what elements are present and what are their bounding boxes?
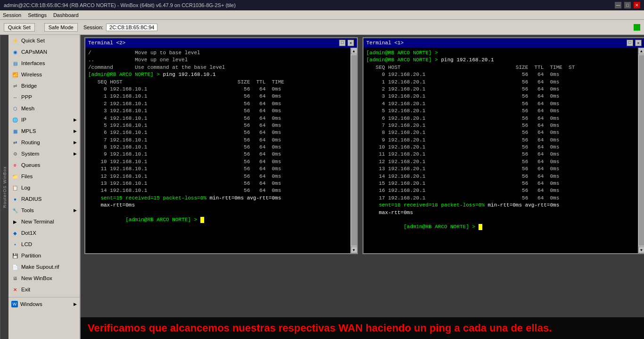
t1-summary1: sent=18 received=18 packet-loss=0% min-r… <box>366 202 643 209</box>
t1-scroll-thumb[interactable] <box>639 55 644 246</box>
sidebar-label-queues: Queues <box>21 162 40 168</box>
safe-mode-button[interactable]: Safe Mode <box>44 23 78 32</box>
toolbar: Quick Set Safe Mode Session: 2C:C8:1B:65… <box>0 20 644 35</box>
session-label: Session: <box>83 25 103 30</box>
sidebar-label-exit: Exit <box>21 287 30 292</box>
sidebar-label-tools: Tools <box>21 207 34 213</box>
menubar: Session Settings Dashboard <box>0 10 644 20</box>
t1-row-1: 1 192.168.20.1 56 64 0ms <box>366 79 643 86</box>
terminal-1-close[interactable]: ✕ <box>635 40 642 46</box>
mpls-icon: ▦ <box>11 127 19 135</box>
sidebar-label-system: System <box>21 151 39 157</box>
sidebar-item-radius[interactable]: ● RADIUS <box>8 193 80 205</box>
t2-row-5: 5 192.168.10.1 56 64 0ms <box>88 122 355 129</box>
t1-row-10: 10 192.168.20.1 56 64 0ms <box>366 144 643 151</box>
sidebar-item-partition[interactable]: 💾 Partition <box>8 250 80 261</box>
t2-row-9: 9 192.168.10.1 56 64 0ms <box>88 151 355 158</box>
routeros-winbox-label: RouterOS WinBox <box>0 35 8 339</box>
main-area: RouterOS WinBox ⚡ Quick Set ◉ CAPsMAN ▤ … <box>0 35 644 339</box>
system-arrow: ▶ <box>74 151 77 156</box>
t1-row-15: 15 192.168.20.1 56 64 0ms <box>366 180 643 187</box>
menu-settings[interactable]: Settings <box>28 12 47 18</box>
mesh-icon: ⬡ <box>11 105 19 112</box>
t1-row-16: 16 192.168.20.1 56 64 0ms <box>366 187 643 194</box>
t1-row-6: 6 192.168.20.1 56 64 0ms <box>366 115 643 122</box>
windows-icon: W <box>11 301 18 307</box>
new-winbox-icon: 🖥 <box>11 274 19 282</box>
exit-icon: ✕ <box>11 286 19 293</box>
sidebar-item-log[interactable]: 📋 Log <box>8 182 80 193</box>
sidebar-item-lcd[interactable]: ▪ LCD <box>8 239 80 250</box>
t1-row-4: 4 192.168.20.1 56 64 0ms <box>366 100 643 107</box>
routing-icon: ⇄ <box>11 139 19 146</box>
menu-session[interactable]: Session <box>3 12 21 18</box>
sidebar-item-ip[interactable]: 🌐 IP ▶ <box>8 114 80 125</box>
sidebar-item-exit[interactable]: ✕ Exit <box>8 284 80 295</box>
t1-scroll-up[interactable]: ▲ <box>638 48 644 54</box>
t1-row-17: 17 192.168.20.1 56 64 0ms <box>366 195 643 202</box>
sidebar-item-capsman[interactable]: ◉ CAPsMAN <box>8 46 80 58</box>
sidebar-item-queues[interactable]: ≡ Queues <box>8 159 80 171</box>
t2-row-2: 2 192.168.10.1 56 64 0ms <box>88 100 355 107</box>
ip-arrow: ▶ <box>74 117 77 122</box>
t2-row-7: 7 192.168.10.1 56 64 0ms <box>88 137 355 144</box>
t2-row-6: 6 192.168.10.1 56 64 0ms <box>88 129 355 136</box>
window-controls: — □ ✕ <box>615 2 640 8</box>
sidebar-item-system[interactable]: ⚙ System ▶ <box>8 148 80 159</box>
sidebar-label-ppp: PPP <box>21 94 32 100</box>
lcd-icon: ▪ <box>11 240 19 248</box>
sidebar-item-mpls[interactable]: ▦ MPLS ▶ <box>8 125 80 137</box>
sidebar-item-bridge[interactable]: ⇌ Bridge <box>8 80 80 91</box>
sidebar-label-lcd: LCD <box>21 241 32 247</box>
sidebar-item-new-winbox[interactable]: 🖥 New WinBox <box>8 273 80 284</box>
dot1x-icon: ◆ <box>11 229 19 237</box>
t1-scroll-down[interactable]: ▼ <box>638 247 644 253</box>
t2-help-line3: /command Use command at the base level <box>88 64 355 71</box>
interfaces-icon: ▤ <box>11 59 19 67</box>
sidebar-label-bridge: Bridge <box>21 83 37 89</box>
sidebar-item-interfaces[interactable]: ▤ Interfaces <box>8 58 80 69</box>
sidebar-item-files[interactable]: 📁 Files <box>8 171 80 182</box>
sidebar-item-windows[interactable]: W Windows ▶ <box>8 298 80 310</box>
t1-row-9: 9 192.168.20.1 56 64 0ms <box>366 137 643 144</box>
t2-scroll-thumb[interactable] <box>351 55 357 246</box>
menu-dashboard[interactable]: Dashboard <box>53 12 79 18</box>
close-button[interactable]: ✕ <box>634 2 640 8</box>
sidebar-item-new-terminal[interactable]: ▶ New Terminal <box>8 216 80 227</box>
terminal-2-controls: □ ✕ <box>339 40 354 46</box>
routing-arrow: ▶ <box>74 140 77 145</box>
sidebar-item-routing[interactable]: ⇄ Routing ▶ <box>8 137 80 148</box>
sidebar-item-make-supout[interactable]: 📄 Make Supout.rif <box>8 261 80 273</box>
terminal-1-scrollbar[interactable]: ▲ ▼ <box>638 48 644 253</box>
minimize-button[interactable]: — <box>615 2 621 8</box>
sidebar-item-dot1x[interactable]: ◆ Dot1X <box>8 227 80 239</box>
t2-help-line2: .. Move up one level <box>88 57 355 64</box>
files-icon: 📁 <box>11 173 19 180</box>
maximize-button[interactable]: □ <box>624 2 631 8</box>
sidebar-item-mesh[interactable]: ⬡ Mesh <box>8 103 80 114</box>
t2-scroll-down[interactable]: ▼ <box>351 247 357 253</box>
sidebar-label-mesh: Mesh <box>21 106 34 111</box>
sidebar-label-new-winbox: New WinBox <box>21 275 52 281</box>
terminal-1-controls: □ ✕ <box>627 40 642 46</box>
ppp-icon: ↔ <box>11 93 19 101</box>
terminal-1-title: Terminal <1> <box>366 40 404 46</box>
overlay-message: Verificamos que alcancemos nuestras resp… <box>88 322 552 334</box>
sidebar-label-interfaces: Interfaces <box>21 60 45 66</box>
sidebar-item-ppp[interactable]: ↔ PPP <box>8 91 80 103</box>
t2-summary2: max-rtt=0ms <box>88 202 355 209</box>
t2-row-8: 8 192.168.10.1 56 64 0ms <box>88 144 355 151</box>
sidebar-item-tools[interactable]: 🔧 Tools ▶ <box>8 205 80 216</box>
terminal-2-close[interactable]: ✕ <box>347 40 354 46</box>
sidebar-item-quickset[interactable]: ⚡ Quick Set <box>8 35 80 46</box>
terminal-2-maximize[interactable]: □ <box>339 40 346 46</box>
terminal-2-scrollbar[interactable]: ▲ ▼ <box>350 48 357 253</box>
terminal-1-maximize[interactable]: □ <box>627 40 633 46</box>
sidebar: ⚡ Quick Set ◉ CAPsMAN ▤ Interfaces 📶 Wir… <box>8 35 81 339</box>
quick-set-button[interactable]: Quick Set <box>4 23 35 32</box>
content-area: Terminal <2> □ ✕ / Move up to base level… <box>81 35 644 339</box>
t1-summary2: max-rtt=0ms <box>366 209 643 216</box>
sidebar-item-wireless[interactable]: 📶 Wireless <box>8 69 80 80</box>
t2-scroll-up[interactable]: ▲ <box>351 48 357 54</box>
capsman-icon: ◉ <box>11 48 19 56</box>
